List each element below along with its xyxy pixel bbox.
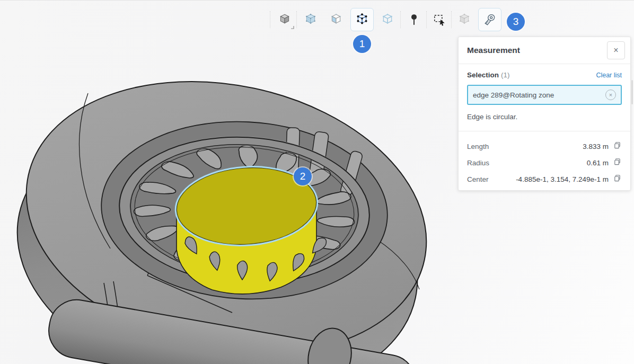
scrollbar-thumb[interactable]	[631, 80, 633, 104]
step-badge-1: 1	[353, 35, 371, 53]
selected-entity-name: edge 289@Rotating zone	[473, 91, 554, 99]
length-value: 3.833 m	[583, 143, 609, 150]
toolbar-separator	[426, 11, 427, 28]
remove-icon: ×	[609, 92, 612, 98]
measurement-panel: Measurement × Selection (1) Clear list e…	[458, 37, 631, 191]
toolbar-separator	[400, 11, 401, 28]
step-badge-3: 3	[507, 13, 525, 31]
select-body-button[interactable]	[273, 8, 296, 31]
select-edge-button[interactable]	[350, 8, 374, 31]
select-volume-button[interactable]	[299, 8, 322, 31]
measurement-results: Length 3.833 m Radius 0.61 m Center -4.8…	[459, 131, 630, 190]
selection-count: (1)	[501, 71, 510, 79]
radius-value: 0.61 m	[587, 159, 609, 167]
remove-selection-button[interactable]: ×	[605, 90, 616, 100]
toolbar-separator	[270, 11, 270, 28]
measurement-row-radius: Radius 0.61 m	[467, 158, 622, 167]
select-face-button[interactable]	[324, 8, 348, 31]
toolbar-separator	[451, 11, 452, 28]
cube-disabled-icon	[457, 13, 471, 26]
box-select-button[interactable]	[428, 8, 451, 31]
step-badge-2: 2	[294, 167, 312, 185]
copy-icon	[613, 158, 621, 166]
copy-center-button[interactable]	[612, 174, 622, 184]
cube-outline-icon	[381, 13, 394, 26]
copy-length-button[interactable]	[612, 141, 622, 151]
pin-icon	[407, 13, 421, 26]
length-label: Length	[467, 143, 504, 150]
dropdown-corner-icon	[290, 25, 294, 29]
measure-tape-icon	[483, 13, 497, 26]
close-icon: ×	[613, 46, 618, 55]
cube-edges-icon	[355, 13, 369, 26]
close-button[interactable]: ×	[607, 41, 625, 59]
measure-button[interactable]	[478, 8, 501, 31]
toolbar-separator	[296, 11, 297, 28]
panel-header: Measurement ×	[459, 37, 630, 64]
panel-title: Measurement	[467, 46, 520, 55]
measurement-row-center: Center -4.885e-1, 3.154, 7.249e-1 m	[467, 174, 622, 184]
cube-hatched-icon	[304, 13, 318, 26]
select-vertex-button[interactable]	[376, 8, 399, 31]
select-hidden-button[interactable]	[453, 8, 476, 31]
center-value: -4.885e-1, 3.154, 7.249e-1 m	[516, 175, 609, 183]
cube-face-icon	[329, 13, 343, 26]
radius-label: Radius	[467, 159, 504, 167]
copy-radius-button[interactable]	[612, 158, 622, 167]
selected-entity-chip[interactable]: edge 289@Rotating zone ×	[467, 85, 622, 105]
copy-icon	[613, 174, 621, 182]
clear-list-link[interactable]: Clear list	[596, 72, 622, 79]
measurement-row-length: Length 3.833 m	[467, 141, 622, 151]
box-select-icon	[433, 13, 446, 26]
center-label: Center	[467, 175, 504, 183]
edge-type-description: Edge is circular.	[467, 113, 622, 121]
probe-point-button[interactable]	[402, 8, 426, 31]
copy-icon	[613, 141, 621, 149]
selection-label: Selection	[467, 71, 499, 79]
